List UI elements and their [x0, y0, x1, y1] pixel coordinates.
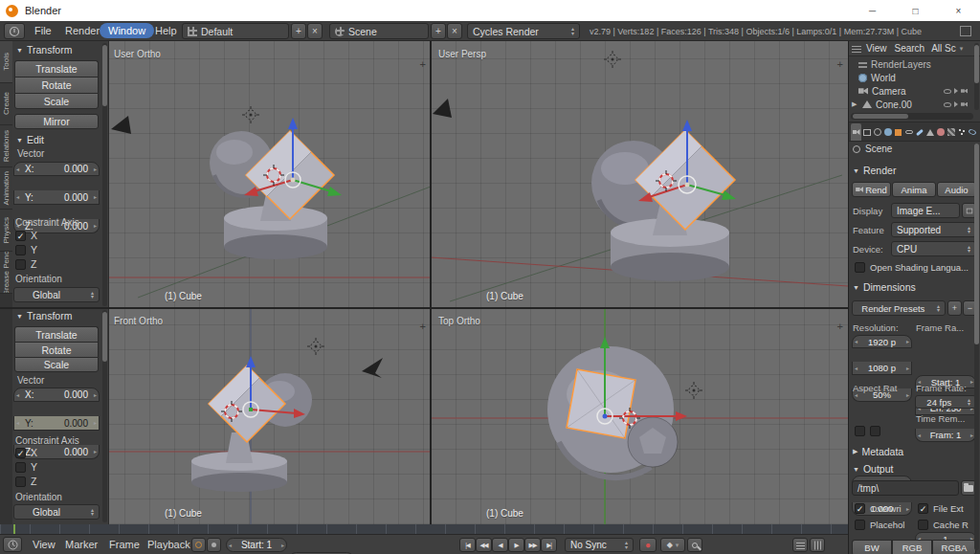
- border-checkbox[interactable]: [855, 426, 865, 436]
- shelf-tab-relations[interactable]: Relations: [0, 125, 12, 167]
- axis-x-checkbox[interactable]: ✓X: [15, 230, 37, 241]
- jump-to-start-button[interactable]: |◀: [459, 538, 476, 552]
- scene-3d[interactable]: [109, 41, 431, 308]
- osl-checkbox[interactable]: Open Shading Langua...: [855, 262, 977, 273]
- overwrite-checkbox[interactable]: ✓Overwri: [855, 503, 902, 514]
- output-panel-header[interactable]: ▼Output: [853, 463, 893, 475]
- scene-3d[interactable]: [431, 308, 848, 524]
- shelf-tab-animation[interactable]: Animation: [0, 167, 12, 210]
- add-preset-button[interactable]: +: [947, 300, 962, 316]
- color-mode-rgb-button[interactable]: RGB: [892, 540, 932, 554]
- translate-button[interactable]: Translate: [14, 326, 99, 342]
- timeline-menu-frame[interactable]: Frame: [103, 535, 145, 554]
- selectable-cursor-icon[interactable]: [954, 88, 958, 94]
- prev-keyframe-button[interactable]: ◀◀: [476, 538, 492, 552]
- expand-icon[interactable]: ▶: [852, 100, 858, 108]
- outliner-hscrollbar[interactable]: [851, 113, 973, 120]
- shelf-scrollbar[interactable]: [102, 310, 107, 522]
- lock-time-icon[interactable]: [207, 538, 221, 552]
- shelf-tab-create[interactable]: Create: [0, 83, 12, 125]
- vector-y-field[interactable]: Y:0.000: [13, 416, 100, 431]
- timeline-editor-type-button[interactable]: [3, 537, 22, 552]
- region-plus-icon[interactable]: +: [837, 321, 843, 332]
- rotate-button[interactable]: Rotate: [14, 77, 99, 93]
- color-mode-rgba-button[interactable]: RGBA: [932, 540, 976, 554]
- close-button[interactable]: ×: [937, 0, 980, 21]
- pedestal-object[interactable]: [191, 432, 287, 492]
- render-audio-button[interactable]: Audio: [937, 182, 976, 197]
- add-scene-button[interactable]: +: [431, 23, 446, 39]
- region-plus-icon[interactable]: +: [837, 58, 843, 70]
- constraints-tab-icon[interactable]: [903, 123, 914, 141]
- scale-button[interactable]: Scale: [14, 93, 99, 109]
- physics-tab-icon[interactable]: [967, 123, 977, 141]
- selectable-cursor-icon[interactable]: [954, 101, 958, 107]
- menu-window[interactable]: Window: [100, 23, 154, 38]
- file-extensions-checkbox[interactable]: ✓File Ext: [918, 503, 964, 514]
- outliner-item-world[interactable]: World: [858, 71, 971, 84]
- jump-to-end-button[interactable]: ▶|: [541, 538, 557, 552]
- preview-range-icon[interactable]: [191, 538, 206, 552]
- menu-render[interactable]: Render: [59, 21, 105, 40]
- material-tab-icon[interactable]: [935, 123, 946, 141]
- play-reverse-button[interactable]: ◀: [492, 538, 508, 552]
- color-mode-bw-button[interactable]: BW: [852, 540, 892, 554]
- outliner-item-camera[interactable]: Camera: [858, 84, 971, 98]
- axis-z-checkbox[interactable]: Z: [15, 476, 36, 487]
- timeline-menu-view[interactable]: View: [27, 535, 61, 554]
- viewport-top-ortho[interactable]: Top Ortho (1) Cube +: [431, 308, 848, 524]
- visibility-eye-icon[interactable]: [944, 89, 951, 94]
- timeline-menu-playback[interactable]: Playback: [142, 535, 196, 554]
- viewport-divider-vertical[interactable]: [430, 41, 432, 524]
- render-tab-icon[interactable]: [851, 123, 861, 141]
- remove-scene-button[interactable]: ×: [447, 23, 462, 39]
- lamp-object[interactable]: [685, 382, 702, 399]
- breadcrumb-label[interactable]: Scene: [865, 144, 892, 154]
- renderable-camera-icon[interactable]: [961, 89, 968, 94]
- frame-step-field[interactable]: Fram: 1: [915, 429, 976, 442]
- render-still-button[interactable]: Rend: [852, 182, 891, 197]
- outliner-filter-dropdown[interactable]: All Sc: [929, 41, 958, 55]
- viewport-user-persp[interactable]: User Persp (1) Cube +: [431, 41, 848, 308]
- crop-checkbox[interactable]: [870, 426, 880, 436]
- orientation-dropdown[interactable]: Global▴▾: [13, 287, 100, 302]
- transform-panel-header[interactable]: ▼Transform: [16, 310, 72, 321]
- translate-button[interactable]: Translate: [14, 60, 99, 77]
- maximize-button[interactable]: □: [894, 0, 937, 21]
- outliner-vscrollbar[interactable]: [974, 43, 979, 110]
- dimensions-panel-header[interactable]: ▼Dimensions: [853, 281, 916, 293]
- rotate-button[interactable]: Rotate: [14, 342, 99, 357]
- data-tab-icon[interactable]: [924, 123, 935, 141]
- window-corner-icon[interactable]: [960, 26, 971, 36]
- metadata-panel-header[interactable]: ▶Metadata: [853, 446, 903, 457]
- device-dropdown[interactable]: CPU▴▾: [891, 241, 976, 256]
- fps-dropdown[interactable]: 24 fps▴▾: [915, 395, 976, 409]
- camera-object[interactable]: [433, 99, 452, 118]
- start-frame-field[interactable]: Start: 1: [226, 538, 287, 552]
- screen-layout-selector[interactable]: Default: [182, 23, 289, 39]
- vector-y-field[interactable]: Y:0.000: [13, 190, 100, 205]
- timeline-menu-marker[interactable]: Marker: [59, 535, 103, 554]
- minimize-button[interactable]: ─: [851, 0, 894, 21]
- add-layout-button[interactable]: +: [291, 23, 306, 39]
- shelf-scrollbar[interactable]: [102, 43, 107, 306]
- outliner-editor-icon[interactable]: [852, 44, 861, 53]
- remove-layout-button[interactable]: ×: [307, 23, 323, 39]
- render-animation-button[interactable]: Anima: [892, 182, 936, 197]
- placeholders-checkbox[interactable]: Placehol: [855, 520, 904, 530]
- cylinder-object[interactable]: [628, 417, 678, 467]
- axis-y-checkbox[interactable]: Y: [15, 244, 37, 255]
- renderable-camera-icon[interactable]: [961, 102, 968, 107]
- vector-x-field[interactable]: X:0.000: [13, 388, 100, 402]
- lamp-object[interactable]: [242, 106, 259, 123]
- particles-tab-icon[interactable]: [956, 123, 967, 141]
- cache-result-checkbox[interactable]: Cache R: [918, 520, 969, 530]
- resolution-y-field[interactable]: 1080 p: [852, 362, 912, 375]
- renderlayers-tab-icon[interactable]: [861, 123, 872, 141]
- scale-button[interactable]: Scale: [14, 357, 99, 372]
- record-button[interactable]: ●: [639, 538, 657, 552]
- world-tab-icon[interactable]: [882, 123, 893, 141]
- scene-3d[interactable]: [431, 41, 848, 308]
- viewport-front-ortho[interactable]: ▼Transform Translate Rotate Scale Vector…: [0, 308, 431, 524]
- scene-3d[interactable]: [109, 308, 431, 524]
